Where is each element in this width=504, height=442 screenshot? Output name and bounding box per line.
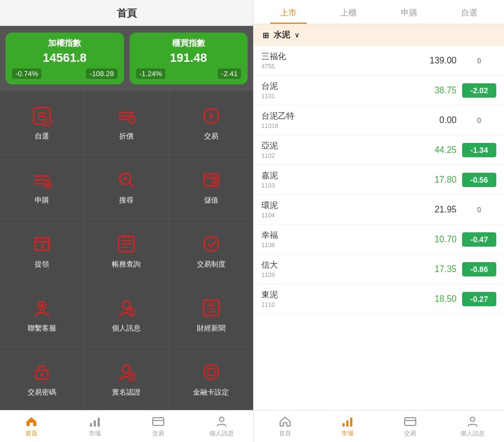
- menu-news[interactable]: NE 財經新聞: [169, 283, 253, 346]
- stock-change: -0.47: [462, 232, 496, 247]
- right-bottom-nav: 首頁 市場 交易 個人訊息: [254, 410, 504, 442]
- right-nav-trade[interactable]: 交易: [379, 411, 442, 442]
- stock-row[interactable]: 台泥 1101 38.75 -2.02: [254, 76, 504, 105]
- stock-row[interactable]: 東泥 1110 18.50 -0.27: [254, 284, 504, 314]
- svg-text:¥: ¥: [41, 242, 45, 250]
- right-nav-personal-label: 個人訊息: [460, 429, 485, 438]
- stock-price: 10.70: [418, 235, 457, 244]
- right-nav-home[interactable]: 首頁: [254, 411, 317, 442]
- tab-watchlist[interactable]: 自選: [439, 0, 500, 24]
- index1-abs: -108.28: [86, 68, 117, 79]
- menu-discount-label: 折價: [119, 131, 133, 141]
- stock-price: 18.50: [418, 294, 457, 304]
- right-nav-personal[interactable]: 個人訊息: [442, 411, 505, 442]
- menu-withdraw[interactable]: ¥ 提領: [0, 219, 84, 283]
- menu-watchlist[interactable]: 自選: [0, 91, 84, 155]
- stock-price: 21.95: [418, 205, 457, 215]
- stock-change: -2.02: [462, 83, 496, 98]
- stock-row[interactable]: 亞泥 1102 44.25 -1.34: [254, 135, 504, 165]
- menu-search[interactable]: 搜尋: [84, 155, 168, 219]
- index-row: 加權指數 14561.8 -0.74% -108.28 櫃買指數 191.48 …: [0, 26, 253, 91]
- index2-abs: -2.41: [218, 68, 241, 79]
- menu-discount[interactable]: 折價: [84, 91, 168, 155]
- svg-point-65: [470, 417, 475, 422]
- svg-rect-54: [90, 423, 92, 427]
- left-nav-personal[interactable]: 個人訊息: [190, 411, 253, 442]
- menu-profile-label: 個人訊息: [112, 323, 141, 333]
- menu-rules[interactable]: 交易制度: [169, 219, 253, 283]
- menu-bankcard[interactable]: 金融卡設定: [169, 347, 253, 410]
- stock-row[interactable]: 三福化 4755 139.00 0: [254, 46, 504, 76]
- stock-change: -0.86: [462, 262, 496, 276]
- index-card-2[interactable]: 櫃買指數 191.48 -1.24% -2.41: [130, 33, 248, 84]
- menu-subscribe[interactable]: 申購: [0, 155, 84, 219]
- stock-row[interactable]: 信大 1109 17.35 -0.86: [254, 254, 504, 284]
- index1-changes: -0.74% -108.28: [12, 68, 117, 79]
- index1-title: 加權指數: [12, 38, 117, 49]
- tab-otc[interactable]: 上櫃: [319, 0, 379, 24]
- bankcard-icon: [199, 360, 223, 384]
- stock-price: 17.35: [418, 264, 457, 274]
- left-nav-home-label: 首頁: [25, 429, 37, 438]
- sector-bar[interactable]: ⊞ 水泥 ∨: [254, 24, 504, 46]
- left-nav-market-label: 市場: [89, 429, 101, 438]
- menu-deposit[interactable]: 儲值: [169, 155, 253, 219]
- menu-bankcard-label: 金融卡設定: [193, 387, 229, 397]
- stock-price: 139.00: [418, 56, 457, 66]
- rules-icon: [199, 232, 223, 256]
- stock-change: -0.56: [462, 173, 496, 187]
- svg-rect-57: [153, 418, 164, 425]
- left-panel: 首頁 加權指數 14561.8 -0.74% -108.28 櫃買指數 191.…: [0, 0, 254, 442]
- index1-pct: -0.74%: [12, 68, 41, 79]
- menu-realname[interactable]: 實名認證: [84, 347, 168, 410]
- stock-code: 1103: [261, 182, 418, 189]
- stock-info: 嘉泥 1103: [261, 171, 418, 189]
- left-nav-trade[interactable]: 交易: [127, 411, 190, 442]
- sector-name: 水泥: [274, 30, 290, 40]
- stock-code: 1109: [261, 271, 418, 278]
- right-nav-market[interactable]: 市場: [317, 411, 379, 442]
- index2-value: 191.48: [136, 51, 242, 65]
- stock-row[interactable]: 環泥 1104 21.95 0: [254, 195, 504, 225]
- sector-grid-icon: ⊞: [262, 31, 269, 40]
- svg-point-49: [40, 373, 44, 376]
- stock-name: 三福化: [261, 51, 418, 62]
- index-card-1[interactable]: 加權指數 14561.8 -0.74% -108.28: [6, 33, 124, 84]
- sector-dropdown-icon: ∨: [294, 31, 299, 39]
- index2-pct: -1.24%: [136, 68, 165, 79]
- tab-listed[interactable]: 上市: [258, 0, 319, 24]
- left-nav-personal-label: 個人訊息: [210, 429, 234, 438]
- svg-rect-60: [342, 423, 345, 427]
- tab-ipo[interactable]: 申購: [379, 0, 439, 24]
- stock-name: 台泥乙特: [261, 111, 418, 121]
- stock-code: 1108: [261, 242, 418, 248]
- stock-row[interactable]: 嘉泥 1103 17.80 -0.56: [254, 165, 504, 195]
- trade-icon: ¥: [199, 104, 223, 128]
- stock-row[interactable]: 台泥乙特 11018 0.00 0: [254, 105, 504, 135]
- menu-account[interactable]: 帳務查詢: [84, 219, 168, 283]
- left-nav-trade-label: 交易: [152, 429, 164, 438]
- stock-row[interactable]: 幸福 1108 10.70 -0.47: [254, 225, 504, 254]
- menu-service[interactable]: 聯繫客服: [0, 283, 84, 346]
- stock-change: 0: [462, 203, 496, 217]
- stock-change: 0: [462, 113, 496, 127]
- menu-trade-label: 交易: [204, 131, 218, 141]
- left-nav-market[interactable]: 市場: [63, 411, 127, 442]
- stock-price: 0.00: [418, 115, 457, 125]
- deposit-icon: [199, 168, 223, 192]
- menu-profile[interactable]: 個人訊息: [84, 283, 168, 346]
- withdraw-icon: ¥: [30, 232, 54, 256]
- stock-change: -1.34: [462, 143, 496, 157]
- menu-account-label: 帳務查詢: [112, 259, 141, 269]
- stock-name: 亞泥: [261, 141, 418, 151]
- right-panel: 上市 上櫃 申購 自選 ⊞ 水泥 ∨ 三福化 4755 139.00 0 台泥 …: [254, 0, 504, 442]
- menu-subscribe-label: 申購: [35, 195, 49, 205]
- stock-code: 1110: [261, 301, 418, 308]
- service-icon: [30, 296, 54, 320]
- svg-text:NE: NE: [207, 302, 215, 308]
- stock-info: 信大 1109: [261, 260, 418, 278]
- menu-trade[interactable]: ¥ 交易: [169, 91, 253, 155]
- left-nav-home[interactable]: 首頁: [0, 411, 63, 442]
- account-icon: [114, 232, 138, 256]
- menu-password[interactable]: 交易密碼: [0, 347, 84, 410]
